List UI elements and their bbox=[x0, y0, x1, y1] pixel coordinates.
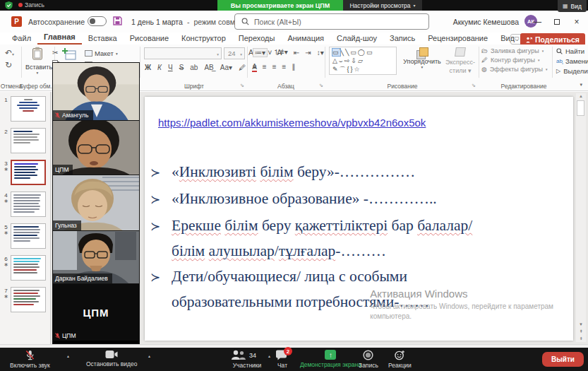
security-shield-icon[interactable] bbox=[4, 1, 13, 10]
scroll-up-icon[interactable]: ▲ bbox=[576, 94, 586, 98]
shape-outline-button[interactable]: 🖉Контур фигуры▾ bbox=[481, 57, 547, 64]
unmute-button[interactable]: Включить звук bbox=[10, 350, 50, 369]
bullets-button[interactable]: ≔▾ bbox=[253, 48, 268, 57]
layout-button[interactable]: Макет▾ bbox=[85, 49, 118, 57]
reactions-button[interactable]: Реакции bbox=[388, 350, 412, 369]
justify-button[interactable]: ≡ bbox=[282, 63, 287, 71]
mic-options-chevron[interactable]: ▴ bbox=[67, 353, 69, 358]
chat-button[interactable]: 2 Чат bbox=[275, 350, 289, 369]
slide-thumbnail-2[interactable]: 2 bbox=[1, 128, 50, 153]
participant-tile-gulnaz[interactable]: Гульназ bbox=[53, 175, 139, 231]
leave-button[interactable]: Выйти bbox=[542, 352, 584, 367]
tab-Конструктор[interactable]: Конструктор bbox=[175, 33, 232, 45]
tab-Запись[interactable]: Запись bbox=[383, 33, 421, 45]
slide-thumbnail-6[interactable]: 6∗ bbox=[1, 255, 50, 281]
scroll-down-icon[interactable]: ▼ bbox=[579, 322, 583, 326]
char-spacing-button[interactable]: АВ̲ bbox=[204, 64, 213, 71]
line-spacing-button[interactable]: ↕▾ bbox=[317, 49, 324, 57]
participant-tile-amangul[interactable]: Амангуль bbox=[53, 63, 139, 121]
highlight-button[interactable]: 🖉 bbox=[239, 64, 246, 71]
indent-decrease-button[interactable]: ⇤ bbox=[294, 49, 299, 57]
dialog-launcher-icon[interactable]: ⇘ bbox=[319, 83, 323, 88]
shape-effects-button[interactable]: ◍Эффекты фигуры▾ bbox=[481, 66, 547, 73]
animation-star-icon: ∗ bbox=[4, 167, 8, 172]
slide-thumbnail-3[interactable]: 3∗ bbox=[1, 160, 50, 185]
font-name-select[interactable]: ▾ bbox=[144, 47, 222, 59]
tab-Рецензирование[interactable]: Рецензирование bbox=[421, 33, 494, 45]
tab-Вставка[interactable]: Вставка bbox=[82, 33, 124, 45]
font-format-row: Ж К Ч S ab АВ̲ Аа▾ 🖉 А bbox=[145, 63, 257, 72]
slide-thumbnail-4[interactable]: 4∗ bbox=[1, 192, 50, 217]
next-slide-button[interactable]: ⇟ bbox=[579, 336, 582, 341]
padlet-link[interactable]: https://padlet.com/akkumiskemeshova/vpbv… bbox=[158, 117, 426, 129]
arrange-button[interactable]: Упорядочить ▾ bbox=[402, 47, 442, 69]
bold-button[interactable]: Ж bbox=[145, 64, 151, 71]
tab-Файл[interactable]: Файл bbox=[6, 33, 37, 45]
save-icon[interactable] bbox=[113, 16, 122, 25]
columns-button[interactable]: ∥ bbox=[292, 63, 295, 71]
align-left-button[interactable]: ≡ bbox=[253, 63, 257, 71]
new-slide-button[interactable] bbox=[62, 48, 76, 61]
restore-button[interactable] bbox=[547, 11, 567, 33]
redo-button[interactable]: ↻ bbox=[5, 60, 12, 70]
slide-thumbnail-preview bbox=[11, 223, 46, 249]
paste-button[interactable]: Вставить ▾ bbox=[25, 47, 49, 75]
quick-styles-button[interactable]: Экспресс- стили ▾ bbox=[445, 47, 476, 75]
participant-tile-cpm-1[interactable]: ЦПМ bbox=[53, 121, 139, 175]
strikethrough-button[interactable]: S bbox=[179, 64, 184, 71]
font-size-select[interactable]: 24▾ bbox=[224, 47, 245, 59]
tab-Главная[interactable]: Главная bbox=[37, 31, 82, 45]
dialog-launcher-icon[interactable]: ⇘ bbox=[472, 83, 476, 88]
slide-thumbnail-1[interactable]: 1 bbox=[1, 96, 50, 122]
find-button[interactable]: Найти bbox=[556, 47, 588, 55]
vertical-scrollbar[interactable]: ▲ ▼ ⇞ ⇟ bbox=[576, 93, 586, 342]
current-slide[interactable]: https://padlet.com/akkumiskemeshova/vpbv… bbox=[145, 97, 573, 341]
undo-button[interactable]: ↶▾ bbox=[5, 48, 14, 58]
view-button[interactable]: ▦ Вид bbox=[558, 0, 587, 12]
video-participants-strip[interactable]: Амангуль ЦПМ Гульназ bbox=[52, 62, 140, 344]
tab-Рисование[interactable]: Рисование bbox=[124, 33, 175, 45]
window-controls: — × bbox=[527, 11, 587, 33]
replace-button[interactable]: ab̧Заменить▾ bbox=[556, 57, 588, 65]
search-input[interactable] bbox=[254, 18, 395, 26]
stop-video-button[interactable]: Остановить видео bbox=[86, 350, 137, 367]
participant-tile-darkhan[interactable]: Дархан Байдалиев bbox=[53, 231, 139, 284]
previous-slide-button[interactable]: ⇞ bbox=[579, 329, 582, 334]
search-box[interactable] bbox=[234, 13, 429, 30]
select-button[interactable]: ▷Выделить▾ bbox=[556, 67, 588, 75]
view-settings-menu[interactable]: Настройки просмотра ▾ bbox=[343, 0, 422, 11]
change-case-button[interactable]: Аа▾ bbox=[220, 64, 232, 71]
shape-fill-button[interactable]: 🗁Заливка фигуры▾ bbox=[481, 47, 547, 54]
underline-button[interactable]: Ч bbox=[168, 64, 173, 71]
tab-Слайд-шоу[interactable]: Слайд-шоу bbox=[330, 33, 383, 45]
shapes-gallery[interactable]: ▭╲╲▭◯▭△⌣⇨⇩▱✎⌒{}☆ bbox=[329, 47, 397, 75]
slide-thumbnail-7[interactable]: 7∗ bbox=[1, 287, 50, 312]
participant-tile-cpm-2[interactable]: ЦПМ ЦПМ bbox=[53, 284, 139, 341]
participants-options-chevron[interactable]: ▴ bbox=[268, 353, 270, 358]
pen-outline-icon: 🖉 bbox=[481, 57, 488, 64]
user-name[interactable]: Аккумис Кемешова bbox=[453, 18, 519, 26]
autosave-toggle[interactable] bbox=[88, 16, 107, 26]
collapse-ribbon-icon[interactable]: ▾ bbox=[580, 82, 582, 88]
windows-activation-watermark: Активация Windows Чтобы активировать Win… bbox=[370, 288, 553, 321]
record-button[interactable]: Запись bbox=[359, 350, 378, 369]
italic-button[interactable]: К bbox=[157, 64, 162, 71]
video-options-chevron[interactable]: ▴ bbox=[148, 353, 150, 358]
close-button[interactable]: × bbox=[567, 11, 587, 33]
dialog-launcher-icon[interactable]: ⇘ bbox=[240, 83, 244, 88]
indent-increase-button[interactable]: ⇥ bbox=[305, 49, 311, 57]
share-screen-button[interactable]: ↑ Демонстрация экрана bbox=[300, 350, 361, 368]
text-shadow-button[interactable]: ab bbox=[190, 64, 198, 71]
layout-icon bbox=[85, 50, 92, 57]
numbering-button[interactable]: ⒈≡▾ bbox=[273, 47, 288, 57]
minimize-button[interactable]: — bbox=[527, 11, 547, 33]
cut-icon[interactable]: ✂ bbox=[52, 49, 58, 57]
participant-name-badge: Дархан Байдалиев bbox=[53, 273, 112, 283]
align-right-button[interactable]: ≡ bbox=[272, 63, 277, 71]
tab-Переходы[interactable]: Переходы bbox=[232, 33, 282, 45]
tab-Анимация[interactable]: Анимация bbox=[281, 33, 330, 45]
scrollbar-thumb[interactable] bbox=[577, 100, 584, 116]
participants-button[interactable]: 34 Участники bbox=[231, 350, 263, 369]
align-center-button[interactable]: ≡ bbox=[263, 63, 267, 71]
slide-thumbnail-5[interactable]: 5∗ bbox=[1, 223, 50, 249]
